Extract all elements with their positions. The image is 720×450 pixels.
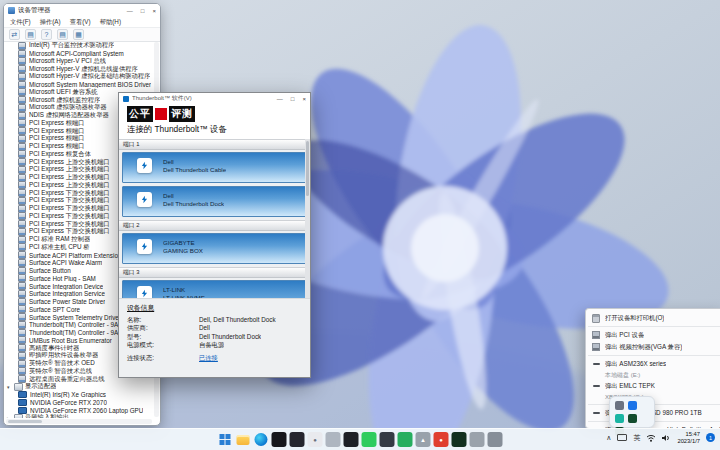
green-chat-app-icon[interactable] [362,432,377,447]
printer-icon [592,314,600,323]
menu-item-label: 弹出 视频控制器(VGA 兼容) [605,343,682,352]
thunderbolt-device-card[interactable]: DellDell Thunderbolt Cable [122,152,307,183]
thunderbolt-minimize-button[interactable]: — [277,96,283,102]
recorder-app-icon[interactable] [290,432,305,447]
tree-item[interactable]: ▾显示适配器 [4,383,153,391]
menu-item[interactable]: 弹出 PCI 设备 [586,329,720,341]
menu-item[interactable]: 弹出 视频控制器(VGA 兼容) [586,341,720,353]
document-icon[interactable]: ▤ [25,29,36,40]
tree-item-label: Surface Button [29,267,71,274]
thunderbolt-close-button[interactable]: × [302,96,306,102]
tree-item[interactable]: ▸音频输入和输出 [4,414,153,418]
camera-app-icon[interactable] [272,432,287,447]
device-manager-maximize-button[interactable]: □ [141,8,145,14]
device-icon [18,282,26,290]
tree-item[interactable]: Intel(R) Iris(R) Xe Graphics [4,391,153,399]
clock-date: 2023/1/7 [677,438,700,445]
thunderbolt-device-card[interactable]: GIGABYTEGAMING BOX [122,233,307,264]
tree-expander-icon[interactable]: ▸ [7,415,12,418]
device-manager-titlebar[interactable]: 设备管理器 —□× [4,4,160,17]
connection-status-label: 连接状态: [127,354,199,363]
notification-badge[interactable]: 1 [706,433,715,442]
media-app-icon[interactable] [344,432,359,447]
wifi-icon[interactable] [646,434,656,442]
connection-status-link[interactable]: 已连接 [199,354,218,363]
detail-row: 电源模式:自备电源 [127,341,302,349]
device-icon [18,197,26,205]
device-icon [18,42,26,50]
touch-keyboard-icon[interactable] [617,434,627,441]
contacts-app-icon[interactable]: ● [308,432,323,447]
menu-item-0[interactable]: 文件(F) [10,18,31,27]
export-icon[interactable]: ▤ [57,29,68,40]
menu-item[interactable]: 打开设备和打印机(O) [586,312,720,324]
taskbar-app-icons: ●▲● [218,432,503,447]
small-tool-1-icon[interactable] [470,432,485,447]
tree-item[interactable]: Microsoft Hyper-V 虚拟化基础结构驱动程序 [4,73,153,81]
device-name: Dell Thunderbolt Dock [163,200,224,208]
device-icon [14,414,23,418]
detail-label: 电源模式: [127,341,199,349]
volume-icon[interactable] [662,434,671,442]
menu-item-sub-label[interactable]: 本地磁盘 (E:) [586,370,720,380]
ime-indicator[interactable]: 英 [633,433,640,443]
thunderbolt-icon [137,286,152,298]
tree-expander-icon[interactable]: ▾ [7,384,12,390]
thunderbolt-device-card[interactable]: DellDell Thunderbolt Dock [122,186,307,217]
tree-item-label: 显示适配器 [25,382,56,391]
tree-item[interactable]: NVIDIA GeForce RTX 2070 [4,399,153,407]
ports-list: 端口 1DellDell Thunderbolt CableDellDell T… [119,139,310,298]
triangle-tool-icon[interactable]: ▲ [416,432,431,447]
menu-item-1[interactable]: 操作(A) [40,18,61,27]
detail-value: Dell Thunderbolt Dock [199,333,261,341]
device-manager-app-icon [8,7,15,14]
menu-item[interactable]: 弹出 ASM236X series [586,358,720,370]
tree-item[interactable]: Intel(R) 平台监控技术驱动程序 [4,42,153,50]
device-icon [18,73,26,81]
hidden-tray-icon-3[interactable] [615,414,624,423]
file-explorer-icon[interactable] [236,432,251,447]
tray-chevron-icon[interactable]: ∧ [606,434,611,442]
detail-row: 型号:Dell Thunderbolt Dock [127,333,302,341]
clock[interactable]: 15:47 2023/1/7 [677,431,700,445]
detail-row: 供应商:Dell [127,324,302,332]
start-button[interactable] [218,432,233,447]
edge-browser-icon[interactable] [254,432,269,447]
capture-app-icon[interactable] [452,432,467,447]
hidden-tray-icon-4[interactable] [628,414,637,423]
device-vendor: Dell [163,158,226,166]
port-label: 端口 2 [123,221,139,230]
photos-app-icon[interactable] [380,432,395,447]
menu-item-label: 弹出 ASM236X series [605,360,666,369]
device-manager-minimize-button[interactable]: — [127,8,133,14]
device-icon [18,251,26,259]
thunderbolt-window: Thunderbolt™ 软件(V) —□× 公平 评测 连接的 Thunder… [118,92,311,378]
small-tool-2-icon[interactable] [488,432,503,447]
menu-item[interactable]: 弹出 EMLC TEPK [586,380,720,392]
logo-red-block [155,108,167,120]
menu-item-2[interactable]: 查看(V) [70,18,91,27]
back-forward-icon[interactable]: ⇄ [9,29,20,40]
device-vendor: LT-LINK [163,286,205,294]
hidden-tray-icon-2[interactable] [628,401,637,410]
clock-time: 15:47 [677,431,700,438]
tree-item-label: Surface Hot Plug - SAM [29,275,96,282]
tree-item-label: Intel(R) Iris(R) Xe Graphics [30,391,106,398]
menu-item-3[interactable]: 帮助(H) [100,18,121,27]
green-tool-app-icon[interactable] [398,432,413,447]
thunderbolt-icon [137,158,152,173]
mic-tool-icon[interactable] [326,432,341,447]
devices-icon[interactable]: ▦ [73,29,84,40]
hidden-tray-icon-1[interactable] [615,401,624,410]
system-tray: ∧ 英 15:47 2023/1/7 1 [606,431,715,445]
device-info-header: 设备信息 [127,303,302,313]
device-manager-close-button[interactable]: × [152,8,156,14]
horizontal-scrollbar[interactable] [6,419,152,424]
red-player-app-icon[interactable]: ● [434,432,449,447]
device-icon [18,313,26,321]
thunderbolt-titlebar[interactable]: Thunderbolt™ 软件(V) —□× [119,93,310,104]
ports-scrollbar[interactable] [305,139,310,298]
thunderbolt-device-card[interactable]: LT-LINKLT-LINK NVME [122,280,307,298]
help-icon[interactable]: ? [41,29,52,40]
thunderbolt-maximize-button[interactable]: □ [291,96,295,102]
